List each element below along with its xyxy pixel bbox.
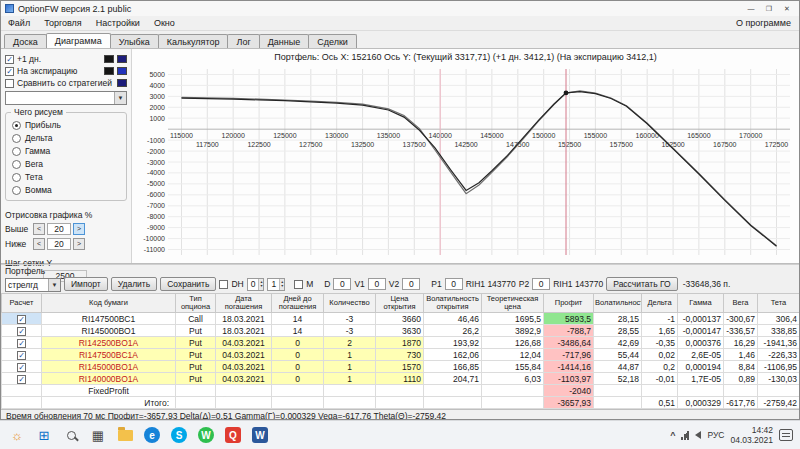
v1-input[interactable]: 0 [368,278,386,290]
dh-spinner[interactable]: 1▴▾ [267,278,285,291]
row-checkbox[interactable]: ✓ [17,327,26,336]
chevron-down-icon[interactable]: ▼ [114,92,126,104]
radio-тета[interactable] [12,173,21,182]
spin-down-button[interactable]: < [33,223,45,235]
m-checkbox[interactable] [294,280,303,289]
radio-дельта[interactable] [12,134,21,143]
column-header[interactable]: Дата погашения [216,294,272,313]
line-toggle-checkbox[interactable]: ✓ [5,55,14,64]
close-button[interactable]: ✕ [779,3,795,14]
column-header[interactable]: Расчет [2,294,42,313]
q-app-icon[interactable]: Q [221,423,245,447]
table-row[interactable]: ✓RI145000BO1APut04.03.2021011570166,8515… [2,361,800,373]
tab-доска[interactable]: Доска [4,34,47,48]
file-explorer-icon[interactable] [113,423,137,447]
notification-center-icon[interactable] [779,429,793,441]
row-checkbox[interactable]: ✓ [17,363,26,372]
tab-калькулятор[interactable]: Калькулятор [158,34,229,48]
p2-input[interactable]: 0 [532,278,550,290]
table-row[interactable]: ✓RI147500BC1APut04.03.202101730162,0612,… [2,349,800,361]
row-checkbox[interactable]: ✓ [17,375,26,384]
row-checkbox[interactable]: ✓ [17,351,26,360]
column-header[interactable]: Вега [724,294,758,313]
radio-прибыль[interactable] [12,121,21,130]
line-color-swatch[interactable] [117,55,127,63]
menu-item-настройки[interactable]: Настройки [89,17,147,29]
column-header[interactable]: Код бумаги [42,294,176,313]
save-button[interactable]: Сохранить [160,277,216,291]
radio-гамма[interactable] [12,147,21,156]
p1-input[interactable]: 0 [445,278,463,290]
strategy-select[interactable]: стрелгд ▼ [5,278,61,292]
line-color-swatch[interactable] [104,55,114,63]
spin-down-button[interactable]: < [33,238,45,250]
menu-item-файл[interactable]: Файл [1,17,37,29]
spin-up-button[interactable]: > [73,223,85,235]
dh-checkbox[interactable] [219,280,228,289]
cell-type [176,397,216,409]
column-header[interactable]: Профит [544,294,594,313]
d-input[interactable]: 0 [333,278,351,290]
skype-icon[interactable]: S [167,423,191,447]
tab-данные[interactable]: Данные [259,34,310,48]
cell-code: FixedProfit [42,385,176,397]
column-header[interactable]: Дней до погашения [272,294,324,313]
table-row[interactable]: FixedProfit-2040 [2,385,800,397]
render-percent-value[interactable]: 20 [47,238,71,250]
line-color-swatch[interactable] [104,67,114,75]
table-row[interactable]: ✓RI142500BO1APut04.03.2021021870193,9212… [2,337,800,349]
table-row[interactable]: ✓RI140000BO1APut04.03.2021011110204,716,… [2,373,800,385]
language-indicator[interactable]: РУС [707,430,724,440]
column-header[interactable]: Волатильность открытия [424,294,482,313]
table-row[interactable]: ✓RI145000BO1Put18.03.202114-3363026,2389… [2,325,800,337]
v1-label: V1 [354,279,364,289]
radio-вомма[interactable] [12,186,21,195]
column-header[interactable]: Дельта [642,294,678,313]
tab-сделки[interactable]: Сделки [308,34,357,48]
menu-item-торговля[interactable]: Торговля [37,17,89,29]
word-icon[interactable]: W [248,423,272,447]
line-color-swatch[interactable] [117,79,127,87]
row-checkbox[interactable]: ✓ [17,339,26,348]
minimize-button[interactable]: — [743,3,759,14]
line-toggle-checkbox[interactable]: ✓ [5,67,14,76]
clock[interactable]: 14:42 04.03.2021 [730,425,773,445]
import-button[interactable]: Импорт [64,277,108,291]
menu-about[interactable]: О программе [728,17,799,29]
edge-icon[interactable]: e [140,423,164,447]
search-icon[interactable] [59,423,83,447]
payoff-chart[interactable]: 50004000300020001000-1000-2000-3000-4000… [134,64,796,260]
volume-icon[interactable] [695,431,701,439]
maximize-button[interactable]: ❐ [761,3,777,14]
whatsapp-icon[interactable]: W [194,423,218,447]
column-header[interactable]: Теоретическая цена [482,294,544,313]
chevron-down-icon[interactable]: ▼ [48,279,60,291]
dh-spinner[interactable]: 0▴▾ [247,278,265,291]
line-toggle-checkbox[interactable] [5,79,14,88]
compare-strategy-combo[interactable]: ▼ [5,91,127,105]
column-header[interactable]: Тип опциона [176,294,216,313]
menu-item-окно[interactable]: Окно [147,17,182,29]
render-percent-value[interactable]: 20 [47,223,71,235]
column-header[interactable]: Количество [324,294,376,313]
task-view-icon[interactable]: ▦ [86,423,110,447]
table-row[interactable]: Итого:-3657,930,510,000329-617,76-2759,4… [2,397,800,409]
spin-up-button[interactable]: > [73,238,85,250]
column-header[interactable]: Волатильность [594,294,642,313]
row-checkbox[interactable]: ✓ [17,315,26,324]
start-button[interactable]: ⊞ [32,423,56,447]
tab-диаграмма[interactable]: Диаграмма [46,33,111,48]
tab-лог[interactable]: Лог [227,34,259,48]
weather-icon[interactable]: ☼ [5,423,29,447]
v2-input[interactable]: 0 [402,278,420,290]
delete-button[interactable]: Удалить [111,277,157,291]
radio-вега[interactable] [12,160,21,169]
column-header[interactable]: Тета [758,294,800,313]
column-header[interactable]: Цена открытия [376,294,424,313]
table-row[interactable]: ✓RI147500BC1Call18.03.202114-3366046,461… [2,313,800,325]
calc-margin-button[interactable]: Рассчитать ГО [606,277,677,291]
tab-улыбка[interactable]: Улыбка [110,34,159,48]
line-color-swatch[interactable] [117,67,127,75]
column-header[interactable]: Гамма [678,294,724,313]
tray-chevron-icon[interactable]: ^ [670,430,675,440]
